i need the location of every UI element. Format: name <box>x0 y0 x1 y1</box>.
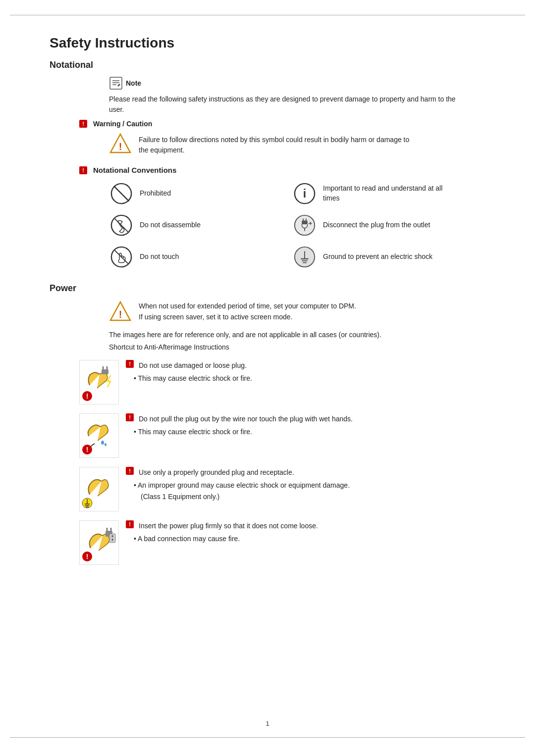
no-touch-label: Do not touch <box>140 252 179 262</box>
note-row: Note <box>109 76 485 90</box>
convention-important: i Important to read and understand at al… <box>292 181 456 206</box>
svg-text:!: ! <box>119 141 122 152</box>
power-line2: If using screen saver, set it to active … <box>139 311 356 322</box>
svg-text:!: ! <box>86 392 89 400</box>
warning-block: ! Failure to follow directions noted by … <box>109 132 485 156</box>
power-line1: When not used for extended period of tim… <box>139 301 356 311</box>
item4-warning-icon: ! <box>126 520 134 528</box>
item2-warning-icon: ! <box>126 413 134 421</box>
no-disassemble-label: Do not disassemble <box>140 220 201 230</box>
svg-point-30 <box>105 443 107 446</box>
power-item-4-bullet: • A bad connection may cause fire. <box>134 533 383 544</box>
conventions-heading-row: ! Notational Conventions <box>79 166 485 174</box>
page-container: Safety Instructions Notational Note Plea… <box>10 15 525 738</box>
svg-point-11 <box>295 215 315 235</box>
ground-icon <box>292 245 317 269</box>
power-img-4: ! <box>79 520 119 565</box>
power-item-1-text: ! Do not use damaged or loose plug. • Th… <box>126 360 383 384</box>
triangle-icon: ! <box>109 133 132 156</box>
note-icon <box>109 76 123 90</box>
item1-warning-icon: ! <box>126 360 134 368</box>
power-triangle-icon: ! <box>109 301 132 324</box>
svg-rect-24 <box>102 369 108 374</box>
power-shortcut: Shortcut to Anti-Afterimage Instructions <box>109 343 485 351</box>
power-warning-block: ! When not used for extended period of t… <box>109 300 485 324</box>
svg-rect-0 <box>110 77 122 89</box>
power-item-2-main: ! Do not pull the plug out by the wire n… <box>126 413 383 424</box>
power-line3: The images here are for reference only, … <box>109 330 416 340</box>
power-item-3-text: ! Use only a properly grounded plug and … <box>126 467 383 502</box>
svg-text:!: ! <box>86 446 89 454</box>
power-item-4-text: ! Insert the power plug firmly so that i… <box>126 520 383 545</box>
conventions-grid: Prohibited i Important to read and under… <box>109 181 456 269</box>
conventions-icon: ! <box>79 166 87 174</box>
important-label: Important to read and understand at all … <box>323 184 456 203</box>
power-item-2: ! ! Do not pull the plug out by the wire… <box>79 413 485 458</box>
important-icon: i <box>292 181 317 206</box>
power-item-4-main: ! Insert the power plug firmly so that i… <box>126 520 383 531</box>
note-label: Note <box>126 79 141 87</box>
disconnect-label: Disconnect the plug from the outlet <box>323 220 430 230</box>
svg-text:i: i <box>303 187 306 200</box>
power-item-2-bullet: • This may cause electric shock or fire. <box>134 426 383 437</box>
svg-point-43 <box>112 539 113 541</box>
svg-point-29 <box>101 441 104 445</box>
svg-text:!: ! <box>86 553 89 560</box>
power-warning-text: When not used for extended period of tim… <box>139 300 356 323</box>
warning-text: Failure to follow directions noted by th… <box>139 132 416 155</box>
power-img-3 <box>79 467 119 511</box>
power-item-4: ! ! Insert the power plug firmly so that… <box>79 520 485 565</box>
power-item-1-main: ! Do not use damaged or loose plug. <box>126 360 383 371</box>
page-title: Safety Instructions <box>50 35 485 51</box>
prohibited-label: Prohibited <box>140 189 171 199</box>
power-item-2-text: ! Do not pull the plug out by the wire n… <box>126 413 383 438</box>
power-item-3-main: ! Use only a properly grounded plug and … <box>126 467 383 478</box>
item3-warning-icon: ! <box>126 467 134 475</box>
svg-point-42 <box>112 535 113 537</box>
convention-prohibited: Prohibited <box>109 181 272 206</box>
warning-icon: ! <box>79 120 87 128</box>
power-item-3-extra: (Class 1 Equipment only.) <box>141 491 383 502</box>
no-disassemble-icon <box>109 213 134 238</box>
power-item-1-bullet: • This may cause electric shock or fire. <box>134 373 383 384</box>
ground-label: Ground to prevent an electric shock <box>323 252 432 262</box>
svg-rect-41 <box>109 534 115 543</box>
note-text: Please read the following safety instruc… <box>109 94 456 115</box>
svg-rect-12 <box>302 220 308 224</box>
power-item-3-bullet: • An improper ground may cause electric … <box>134 480 383 491</box>
convention-ground: Ground to prevent an electric shock <box>292 245 456 269</box>
power-item-1: ! ! Do not use damaged or loose plug. • … <box>79 360 485 404</box>
power-heading: Power <box>50 283 485 294</box>
svg-text:!: ! <box>119 309 122 320</box>
prohibited-icon <box>109 181 134 206</box>
power-img-1: ! <box>79 360 119 404</box>
no-touch-icon <box>109 245 134 269</box>
page-number: 1 <box>266 720 269 727</box>
convention-no-disassemble: Do not disassemble <box>109 213 272 238</box>
conventions-heading: Notational Conventions <box>93 166 176 174</box>
notational-heading: Notational <box>50 60 485 70</box>
convention-disconnect: Disconnect the plug from the outlet <box>292 213 456 238</box>
warning-caution-row: ! Warning / Caution <box>79 120 485 128</box>
convention-no-touch: Do not touch <box>109 245 272 269</box>
power-img-2: ! <box>79 413 119 458</box>
warning-label: Warning / Caution <box>93 120 152 128</box>
power-item-3: ! Use only a properly grounded plug and … <box>79 467 485 511</box>
disconnect-icon <box>292 213 317 238</box>
